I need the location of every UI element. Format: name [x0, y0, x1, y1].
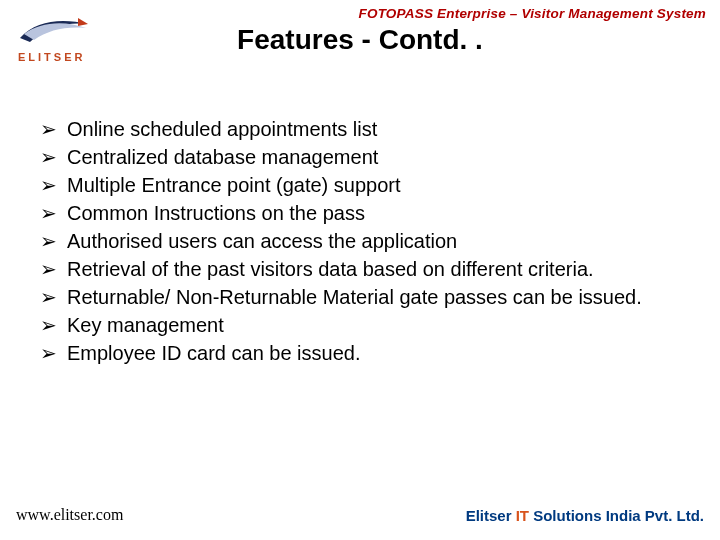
footer-company-post: Solutions India Pvt. Ltd. — [529, 507, 704, 524]
page-title: Features - Contd. . — [0, 24, 720, 56]
feature-list: ➢Online scheduled appointments list ➢Cen… — [40, 116, 690, 368]
list-item-text: Online scheduled appointments list — [67, 116, 377, 143]
list-item: ➢Employee ID card can be issued. — [40, 340, 690, 367]
swoosh-icon — [18, 14, 90, 48]
list-item-text: Multiple Entrance point (gate) support — [67, 172, 401, 199]
list-item: ➢Online scheduled appointments list — [40, 116, 690, 143]
product-header: FOTOPASS Enterprise – Visitor Management… — [359, 6, 707, 21]
list-item: ➢Retrieval of the past visitors data bas… — [40, 256, 690, 283]
list-item-text: Returnable/ Non-Returnable Material gate… — [67, 284, 642, 311]
list-item-text: Centralized database management — [67, 144, 378, 171]
footer: www.elitser.com Elitser IT Solutions Ind… — [16, 506, 704, 524]
bullet-icon: ➢ — [40, 200, 57, 227]
footer-url: www.elitser.com — [16, 506, 123, 524]
list-item: ➢Authorised users can access the applica… — [40, 228, 690, 255]
bullet-icon: ➢ — [40, 172, 57, 199]
list-item: ➢Common Instructions on the pass — [40, 200, 690, 227]
brand-logo: ELITSER — [18, 14, 108, 63]
list-item-text: Employee ID card can be issued. — [67, 340, 361, 367]
list-item-text: Common Instructions on the pass — [67, 200, 365, 227]
footer-company-it: IT — [516, 507, 529, 524]
list-item-text: Authorised users can access the applicat… — [67, 228, 457, 255]
bullet-icon: ➢ — [40, 284, 57, 311]
list-item: ➢Returnable/ Non-Returnable Material gat… — [40, 284, 690, 311]
bullet-icon: ➢ — [40, 312, 57, 339]
bullet-icon: ➢ — [40, 228, 57, 255]
list-item-text: Key management — [67, 312, 224, 339]
list-item: ➢Multiple Entrance point (gate) support — [40, 172, 690, 199]
brand-name: ELITSER — [18, 51, 108, 63]
bullet-icon: ➢ — [40, 340, 57, 367]
list-item-text: Retrieval of the past visitors data base… — [67, 256, 594, 283]
bullet-icon: ➢ — [40, 256, 57, 283]
bullet-icon: ➢ — [40, 116, 57, 143]
footer-company: Elitser IT Solutions India Pvt. Ltd. — [466, 507, 704, 524]
list-item: ➢Centralized database management — [40, 144, 690, 171]
bullet-icon: ➢ — [40, 144, 57, 171]
list-item: ➢Key management — [40, 312, 690, 339]
footer-company-pre: Elitser — [466, 507, 516, 524]
